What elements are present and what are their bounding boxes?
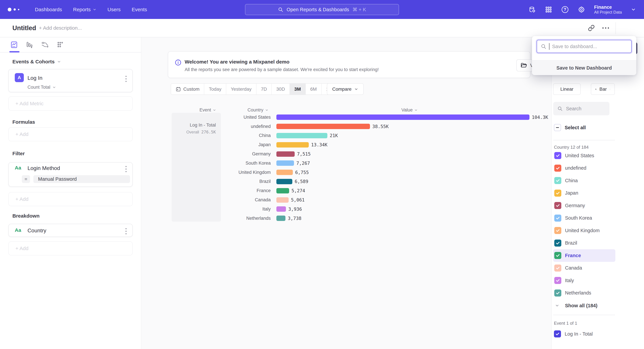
nav-item[interactable]: Dashboards: [35, 7, 62, 12]
bar-segment[interactable]: [276, 179, 292, 184]
events-cohorts-label[interactable]: Events & Cohorts: [12, 59, 61, 64]
checkbox-indeterminate-icon[interactable]: [554, 124, 561, 131]
checkbox-checked-icon[interactable]: [554, 277, 561, 284]
checkbox-checked-icon[interactable]: [554, 202, 561, 209]
value-label: 7,267: [296, 161, 310, 166]
bar-segment[interactable]: [276, 151, 295, 157]
checkbox-checked-icon[interactable]: [554, 290, 561, 297]
country-filter-item[interactable]: undefined: [553, 162, 615, 174]
country-filter-item[interactable]: Germany: [553, 199, 615, 212]
country-label: Germany: [142, 151, 271, 157]
more-options-icon[interactable]: [602, 27, 609, 29]
date-range-button[interactable]: 6M: [306, 84, 322, 94]
help-icon[interactable]: ?: [561, 6, 569, 13]
country-filter-item[interactable]: United States: [553, 149, 615, 162]
nav-item[interactable]: Reports: [73, 7, 96, 12]
project-switcher[interactable]: Finance All Project Data: [594, 4, 622, 14]
filter-property-name[interactable]: Login Method: [28, 165, 60, 171]
chevron-down-icon: [213, 108, 216, 112]
nav-item[interactable]: Users: [108, 7, 120, 12]
filter-operator-chip[interactable]: =: [22, 175, 30, 183]
country-filter-item[interactable]: Italy: [553, 274, 615, 287]
bar-segment[interactable]: [276, 170, 293, 175]
metric-aggregation[interactable]: Count Total: [28, 85, 56, 90]
date-range-button[interactable]: 3M: [290, 84, 306, 94]
bar-segment[interactable]: [276, 142, 309, 147]
add-formula-button[interactable]: + Add: [8, 127, 133, 141]
date-range-button[interactable]: Yesterday: [226, 84, 256, 94]
country-filter-item[interactable]: Brazil: [553, 237, 615, 249]
checkbox-checked-icon[interactable]: [554, 165, 561, 172]
event-filter-item[interactable]: Log In - Total: [554, 331, 593, 338]
add-breakdown-button[interactable]: + Add: [8, 241, 133, 256]
page-title[interactable]: Untitled: [12, 24, 36, 32]
save-to-dashboard-popup: Save to dashboard... Save to New Dashboa…: [532, 36, 636, 75]
tab-flows-icon[interactable]: [41, 41, 49, 49]
country-label: Brazil: [142, 179, 271, 184]
bar-segment[interactable]: [276, 114, 530, 120]
bar-segment[interactable]: [276, 188, 289, 193]
country-filter-item[interactable]: United Kingdom: [553, 224, 615, 237]
filter-kebab-icon[interactable]: [126, 166, 126, 172]
date-range-button[interactable]: Custom: [171, 84, 204, 94]
checkbox-checked-icon[interactable]: [554, 252, 561, 259]
filter-search-input[interactable]: Search: [553, 102, 610, 115]
checkbox-checked-icon[interactable]: [554, 240, 561, 247]
select-all-checkbox[interactable]: Select all: [554, 124, 586, 131]
checkbox-checked-icon[interactable]: [554, 215, 561, 222]
bar-segment[interactable]: [276, 160, 294, 166]
checkbox-checked-icon[interactable]: [554, 152, 561, 159]
checkbox-checked-icon[interactable]: [554, 177, 561, 184]
column-header-value[interactable]: Value: [401, 107, 418, 113]
metric-card[interactable]: A Log In Count Total: [8, 69, 133, 92]
project-chevron-icon[interactable]: [631, 7, 636, 12]
country-group-label: Country 12 of 184: [554, 145, 589, 150]
chart-type-button[interactable]: Bar: [591, 83, 615, 95]
country-filter-item[interactable]: China: [553, 174, 615, 187]
bar-segment[interactable]: [276, 216, 286, 221]
mixpanel-logo[interactable]: [8, 8, 26, 11]
copy-link-icon[interactable]: [588, 25, 595, 31]
metric-event-name[interactable]: Log In: [28, 75, 42, 81]
date-range-button[interactable]: 7D: [256, 84, 272, 94]
bar-segment[interactable]: [276, 124, 370, 129]
value-scale-button[interactable]: Linear: [553, 83, 580, 95]
tab-retention-icon[interactable]: [56, 41, 64, 49]
tab-insights-icon[interactable]: [10, 41, 18, 49]
breakdown-property-name[interactable]: Country: [28, 228, 46, 234]
apps-grid-icon[interactable]: [545, 6, 552, 13]
compare-button[interactable]: Compare: [327, 83, 364, 95]
country-filter-item[interactable]: Netherlands: [553, 287, 615, 299]
data-management-icon[interactable]: [528, 6, 536, 13]
country-filter-item[interactable]: France: [553, 249, 615, 262]
checkbox-checked-icon[interactable]: [554, 190, 561, 197]
save-dashboard-search-input[interactable]: Save to dashboard...: [537, 40, 632, 53]
date-range-button[interactable]: Today: [204, 84, 226, 94]
add-description-field[interactable]: + Add description...: [39, 25, 82, 31]
metric-kebab-icon[interactable]: [126, 76, 126, 82]
bar-segment[interactable]: [276, 133, 327, 138]
global-search-bar[interactable]: Open Reports & Dashboards ⌘ + K: [245, 4, 399, 15]
filter-value-chip[interactable]: Manual Password: [33, 175, 130, 183]
tab-funnels-icon[interactable]: [26, 41, 34, 49]
save-to-new-dashboard-button[interactable]: Save to New Dashboard: [532, 60, 636, 75]
checkbox-checked-icon[interactable]: [554, 265, 561, 272]
checkbox-checked-icon[interactable]: [554, 227, 561, 234]
breakdown-kebab-icon[interactable]: [126, 228, 126, 234]
breakdown-card[interactable]: Aa Country: [8, 224, 133, 237]
show-all-toggle[interactable]: Show all (184): [555, 301, 598, 310]
country-filter-item[interactable]: Canada: [553, 262, 615, 274]
nav-item[interactable]: Events: [132, 7, 147, 12]
bar-segment[interactable]: [276, 206, 286, 212]
add-metric-button[interactable]: + Add Metric: [8, 96, 133, 111]
filter-card[interactable]: Aa Login Method = Manual Password: [8, 162, 133, 187]
date-range-button[interactable]: 30D: [272, 84, 290, 94]
column-header-country[interactable]: Country: [248, 107, 268, 113]
bar-segment[interactable]: [276, 197, 289, 203]
checkbox-checked-icon[interactable]: [554, 331, 561, 338]
column-header-event[interactable]: Event: [200, 107, 216, 113]
settings-gear-icon[interactable]: [578, 6, 585, 13]
add-filter-button[interactable]: + Add: [8, 192, 133, 206]
country-filter-item[interactable]: Japan: [553, 187, 615, 199]
country-filter-item[interactable]: South Korea: [553, 212, 615, 224]
